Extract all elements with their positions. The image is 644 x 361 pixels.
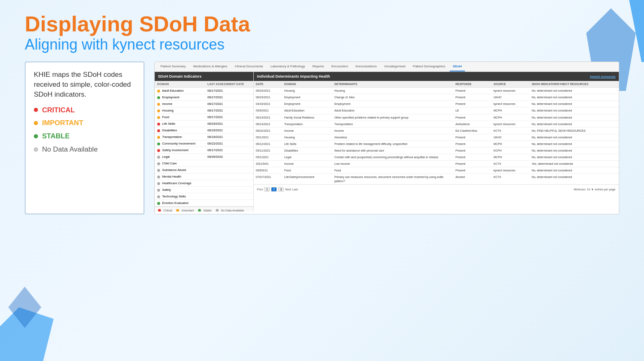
det-indicator: No, determinant not considered [530,147,619,154]
det-source: MCPH [491,107,529,114]
domain-cell: Employment [155,94,205,101]
det-determinant: Adult Education [332,107,453,114]
main-title: Displaying SDoH Data [25,12,619,36]
tab-uncategorized[interactable]: Uncategorized [381,62,409,71]
legend-item: No Data Available [216,209,244,211]
tab-sdoh[interactable]: SDoH [450,62,465,71]
det-table-row: 05/9/2021 Adult Education Adult Educatio… [254,107,619,114]
domain-date-cell [205,167,253,173]
det-domain: Legal [282,154,332,161]
tab-patient-demographics[interactable]: Patient Demographics [410,62,449,71]
det-determinant: Problem related to life management diffi… [332,140,453,147]
det-table-row: 05/1/2021 Housing Homeless Present UKHC … [254,134,619,140]
domain-dot-icon [157,116,160,119]
det-source: kynect resources [491,88,529,94]
domain-name: Housing [162,109,174,112]
domain-date-cell: 06/17/2021 [205,147,253,154]
domain-name: Substance Abuse [162,168,186,172]
kynect-link[interactable]: kynect resources [590,75,616,78]
det-date: 06/23/2021 [254,94,282,101]
det-response: Present [453,161,491,167]
det-response: Alcohol [453,174,491,184]
label-important: IMPORTANT [42,118,83,128]
det-indicator: No, determinant not considered [530,174,619,184]
tab-medications-allergies[interactable]: Medications & Allergies [190,62,231,71]
domain-table-row: Employment 06/17/2021 [155,94,253,101]
domain-name: Safety [162,188,171,192]
det-source: KCTX [491,161,529,167]
domain-cell: Safety Involvement [155,147,205,154]
domain-cell: Disabilities [155,127,205,134]
det-date: 2021/5/01 [254,161,282,167]
page-btn-1[interactable]: 1 [264,187,270,192]
det-response: Present [453,114,491,121]
domain-date-cell [205,173,253,180]
det-date: 06/14/2021 [254,121,282,127]
legend-dot-icon [176,209,179,211]
det-domain: Adult Education [282,107,332,114]
sub-title: Aligning with kynect resources [25,36,619,53]
det-source: kynect resources [491,167,529,174]
page-btn-2[interactable]: 2 [271,187,277,192]
det-indicator: No, determinant not considered [530,167,619,174]
det-header-title: Individual Determinants Impacting Health [257,74,330,78]
dot-nodata-icon [34,147,38,152]
list-item-stable: STABLE [34,131,135,141]
info-description: KHIE maps the SDoH codes received to sim… [34,70,135,99]
domain-table-row: Income 06/17/2021 [155,101,253,107]
det-date: 06/22/2021 [254,127,282,134]
det-domain: Life/Safety/Involvement [282,174,332,184]
det-table-row: 06/23/2021 Employment Change of Jobs Pre… [254,94,619,101]
det-response: Present [453,88,491,94]
page-btn-3[interactable]: 3 [278,187,284,192]
domain-name: Community Involvement [162,142,195,145]
ehr-container: Patient Summary Medications & Allergies … [154,62,619,214]
deco-bottom-left [0,278,74,361]
tab-lab-pathology[interactable]: Laboratory & Pathology [267,62,309,71]
per-page-label: Minimum: 10 ▼ entries per page [574,188,616,191]
domain-table-row: Child Care [155,160,253,167]
det-table-row: 07/0/7/2021 Life/Safety/Involvement Prim… [254,174,619,184]
label-stable: STABLE [42,131,70,141]
tab-clinical-documents[interactable]: Clinical Documents [231,62,266,71]
domain-date-cell [205,180,253,187]
domain-date-cell: 06/17/2021 [205,94,253,101]
tab-patient-summary[interactable]: Patient Summary [157,62,189,71]
det-source: MCPH [491,140,529,147]
tab-reports[interactable]: Reports [309,62,327,71]
label-critical: CRITICAL [42,105,75,115]
det-domain: Employment [282,94,332,101]
domain-date-cell: 06/17/2021 [205,101,253,107]
tab-immunizations[interactable]: Immunizations [352,62,380,71]
det-response: Present [453,101,491,107]
det-table-row: 05/11/2021 Disabilities Need for assista… [254,147,619,154]
legend-label: Critical [163,209,172,211]
domain-name: Mental Health [162,175,181,178]
domain-dot-icon [157,149,160,152]
det-determinant: Contact with and (suspected) concerning … [332,154,453,161]
determinants-panel: Individual Determinants Impacting Health… [254,72,619,211]
tab-encounters[interactable]: Encounters [328,62,351,71]
domain-dot-icon [157,136,160,139]
det-date: 05/1/2021 [254,154,282,161]
det-source: UKHC [491,94,529,101]
det-source: MCPH [491,154,529,161]
legend-dot-icon [198,209,201,211]
domain-name: Disabilities [162,128,177,132]
domain-date-cell: 06/17/2021 [205,88,253,94]
det-indicator: No, determinant not considered [530,134,619,140]
domain-cell: Healthcare Coverage [155,180,205,187]
det-response: Present [453,94,491,101]
domain-cell: Safety [155,187,205,193]
det-determinant: Primary use measures resources, document… [332,174,453,184]
det-indicator: No, determinant not considered [530,114,619,121]
domain-dot-icon [157,202,160,205]
domain-table-row: Safety [155,187,253,193]
domain-name: Food [162,115,169,119]
domain-dot-icon [157,156,160,159]
pagination: Prev 1 2 3 Next Last Minimum: 10 ▼ entri… [254,185,619,194]
domain-dot-icon [157,129,160,132]
title-section: Displaying SDoH Data Aligning with kynec… [25,12,619,53]
domain-table-row: Mental Health [155,173,253,180]
domain-date-cell: 06/25/2022 [205,154,253,160]
